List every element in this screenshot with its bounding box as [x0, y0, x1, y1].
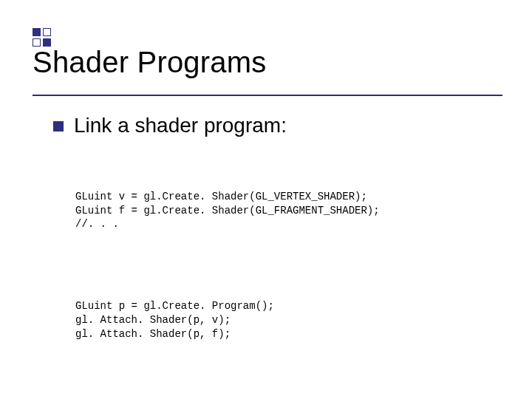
- code-line: GLuint p = gl.Create. Program();: [75, 300, 274, 312]
- title-divider: [33, 95, 502, 96]
- code-line: gl. Attach. Shader(p, f);: [75, 328, 231, 340]
- code-line: gl. Attach. Shader(p, v);: [75, 314, 231, 326]
- slide-body: Link a shader program: GLuint v = gl.Cre…: [53, 114, 502, 399]
- code-line: GLuint f = gl.Create. Shader(GL_FRAGMENT…: [75, 205, 380, 216]
- code-group: GLuint v = gl.Create. Shader(GL_VERTEX_S…: [75, 176, 502, 245]
- slide: Shader Programs Link a shader program: G…: [0, 0, 532, 399]
- bullet-label: Link a shader program:: [74, 114, 287, 137]
- bullet-item: Link a shader program:: [53, 114, 502, 137]
- code-block: GLuint v = gl.Create. Shader(GL_VERTEX_S…: [75, 148, 502, 399]
- code-line: //. . .: [75, 218, 119, 230]
- slide-title: Shader Programs: [33, 46, 266, 79]
- code-line: GLuint v = gl.Create. Shader(GL_VERTEX_S…: [75, 191, 367, 202]
- code-group: GLuint p = gl.Create. Program(); gl. Att…: [75, 285, 502, 355]
- bullet-icon: [53, 121, 64, 132]
- deco-square-icon: [33, 28, 41, 36]
- deco-square-icon: [43, 28, 51, 36]
- code-group: gl. Link. Program(p);: [75, 395, 502, 399]
